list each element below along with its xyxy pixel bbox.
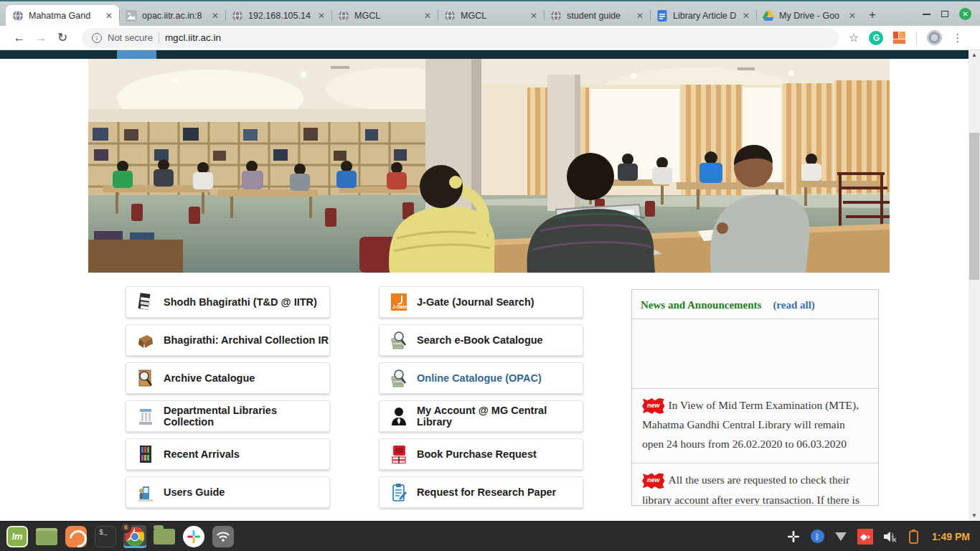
read-all-link[interactable]: (read all) [773, 299, 814, 311]
grammarly-extension-icon[interactable]: G [869, 31, 883, 45]
wifi-icon [212, 526, 234, 547]
new-tab-button[interactable]: + [862, 5, 882, 25]
ebook-catalogue-button[interactable]: Search e-Book Catalogue [379, 324, 583, 356]
quick-links-right-column: J-Gate J-Gate (Journal Search) Search e-… [379, 286, 583, 514]
globe-favicon [232, 10, 243, 22]
desktop-icon [36, 528, 57, 545]
quick-links-left-column: Shodh Bhagirathi (T&D @ IITR) Bhagirathi… [126, 286, 330, 514]
archive-box-icon [137, 330, 154, 350]
scroll-down-icon[interactable]: ▼ [969, 511, 980, 521]
news-announcements-panel: News and Announcements (read all) newIn … [631, 289, 879, 506]
quick-link-label: My Account @ MG Central Library [417, 405, 583, 428]
quick-link-label: Recent Arrivals [164, 448, 240, 460]
terminal-launcher[interactable]: $_ [94, 525, 117, 548]
slack-tray-icon[interactable] [786, 529, 801, 544]
tab-close-icon[interactable]: ✕ [424, 11, 431, 21]
page-scrollbar[interactable]: ▲ ▼ [969, 50, 980, 521]
info-icon[interactable]: i [92, 33, 102, 43]
recent-arrivals-button[interactable]: Recent Arrivals [126, 438, 330, 470]
quick-link-label: Shodh Bhagirathi (T&D @ IITR) [164, 296, 317, 308]
quick-link-label: Departmental Libraries Collection [164, 405, 329, 428]
tab-close-icon[interactable]: ✕ [105, 11, 113, 21]
globe-favicon [338, 10, 349, 22]
battery-icon[interactable] [906, 529, 920, 544]
slack-launcher[interactable] [182, 525, 205, 548]
book-search-icon [390, 330, 407, 350]
scroll-up-icon[interactable]: ▲ [969, 50, 980, 60]
network-tool-launcher[interactable] [212, 525, 235, 548]
mint-menu-button[interactable]: lm [6, 525, 29, 548]
bhagirathi-archival-button[interactable]: Bhagirathi: Archival Collection IR [126, 324, 330, 356]
firefox-icon [65, 526, 87, 547]
users-guide-button[interactable]: Users Guide [126, 476, 330, 508]
scrollbar-thumb[interactable] [969, 133, 979, 280]
anydesk-icon[interactable]: ◆› [857, 529, 873, 545]
tab-close-icon[interactable]: ✕ [212, 11, 219, 21]
browser-menu-icon[interactable]: ⋮ [952, 32, 963, 44]
extension-icon[interactable] [893, 32, 906, 44]
show-desktop-button[interactable] [35, 525, 58, 548]
tab-close-icon[interactable]: ✕ [530, 11, 537, 21]
news-item-text: In View of Mid Term Examination (MTE), M… [642, 399, 859, 450]
minimize-icon[interactable] [923, 14, 930, 15]
tab-title: My Drive - Goo [779, 11, 844, 21]
tab-ip-address[interactable]: 192.168.105.14 ✕ [225, 5, 331, 26]
taskbar-clock[interactable]: 1:49 PM [932, 531, 970, 542]
tab-close-icon[interactable]: ✕ [318, 11, 325, 21]
tab-close-icon[interactable]: ✕ [849, 11, 856, 21]
tab-mahatma-gandhi[interactable]: Mahatma Gand ✕ [6, 5, 119, 26]
taskbar: lm $_ 6 ᛒ ◆› [0, 521, 980, 551]
departmental-libraries-button[interactable]: Departmental Libraries Collection [126, 400, 330, 432]
archive-catalogue-button[interactable]: Archive Catalogue [126, 362, 330, 394]
book-purchase-button[interactable]: Book Purchase Request [379, 438, 583, 470]
news-ticker-gap [632, 319, 878, 388]
globe-favicon [444, 10, 456, 22]
files-launcher[interactable] [153, 525, 176, 548]
network-signal-icon[interactable] [834, 529, 848, 544]
tab-mgcl-1[interactable]: MGCL ✕ [331, 5, 438, 26]
close-icon[interactable]: ✕ [959, 8, 971, 20]
tab-student-guide[interactable]: student guide ✕ [544, 5, 650, 26]
navbar-active-item [117, 50, 156, 59]
quick-link-label: Book Purchase Request [417, 448, 537, 460]
restore-icon[interactable] [941, 11, 948, 17]
mint-logo-icon: lm [6, 526, 28, 547]
reload-icon[interactable]: ↻ [52, 30, 73, 45]
research-paper-request-button[interactable]: Request for Research Paper [379, 476, 583, 508]
quick-link-label: Users Guide [164, 486, 225, 498]
url-text[interactable]: mgcl.iitr.ac.in [165, 32, 221, 43]
news-item[interactable]: newIn View of Mid Term Examination (MTE)… [632, 388, 878, 463]
chrome-launcher[interactable]: 6 [123, 525, 146, 548]
my-account-button[interactable]: My Account @ MG Central Library [379, 400, 583, 432]
tab-close-icon[interactable]: ✕ [636, 11, 644, 21]
jgate-button[interactable]: J-Gate J-Gate (Journal Search) [379, 286, 583, 318]
tab-close-icon[interactable]: ✕ [743, 11, 750, 21]
tab-title: opac.iitr.ac.in:8 [142, 11, 207, 21]
thesis-stack-icon [137, 292, 154, 312]
new-badge: new [642, 398, 665, 414]
opac-button[interactable]: Online Catalogue (OPAC) [379, 362, 583, 394]
library-photo [88, 59, 890, 273]
address-bar-actions: ☆ G ⋮ [849, 30, 963, 45]
tab-mgcl-2[interactable]: MGCL ✕ [438, 5, 544, 26]
volume-muted-icon[interactable] [882, 529, 897, 544]
news-title: News and Announcements [641, 299, 761, 311]
library-building-icon [137, 406, 154, 426]
profile-avatar-icon[interactable] [927, 30, 942, 45]
system-tray: ᛒ ◆› 1:49 PM [786, 529, 974, 545]
svg-text:J-Gate: J-Gate [392, 304, 407, 309]
url-omnibox[interactable]: i Not secure mgcl.iitr.ac.in [82, 28, 839, 48]
quick-link-label: Bhagirathi: Archival Collection IR [164, 334, 329, 346]
tab-my-drive[interactable]: My Drive - Goo ✕ [756, 5, 862, 26]
tab-opac[interactable]: opac.iitr.ac.in:8 ✕ [119, 5, 225, 26]
omnibox-divider [159, 32, 159, 44]
news-item[interactable]: newAll the users are requested to check … [632, 463, 878, 506]
firefox-launcher[interactable] [65, 525, 88, 548]
shodh-bhagirathi-button[interactable]: Shodh Bhagirathi (T&D @ IITR) [126, 286, 330, 318]
bluetooth-icon[interactable]: ᛒ [810, 529, 824, 544]
bookmark-star-icon[interactable]: ☆ [849, 31, 859, 44]
tab-library-article[interactable]: Library Article D ✕ [650, 5, 756, 26]
back-icon[interactable]: ← [9, 31, 30, 45]
user-icon [390, 406, 407, 426]
forward-icon[interactable]: → [30, 31, 52, 45]
